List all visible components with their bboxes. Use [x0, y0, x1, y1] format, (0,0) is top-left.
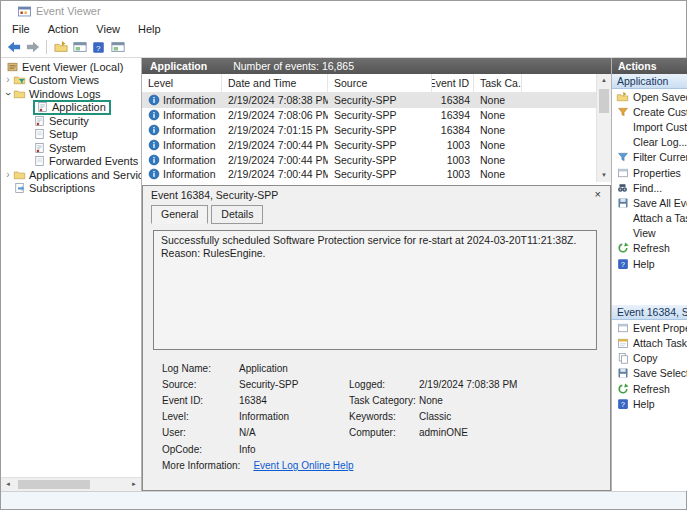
cell-level: Information: [163, 109, 216, 121]
action-open-saved-log[interactable]: Open Saved Log...: [612, 89, 687, 104]
menu-action[interactable]: Action: [39, 23, 88, 35]
actions-section-event[interactable]: Event 16384, Security-SPP: [612, 305, 687, 320]
tree-item-security[interactable]: Security: [1, 114, 141, 128]
forward-button[interactable]: [23, 39, 42, 56]
tree-item-event-viewer-local[interactable]: Event Viewer (Local): [1, 60, 141, 74]
scrollbar-thumb[interactable]: [599, 89, 609, 113]
scroll-down-arrow-icon[interactable]: ▼: [597, 169, 611, 182]
field-label: Log Name:: [162, 363, 239, 374]
scroll-up-arrow-icon[interactable]: ▲: [597, 74, 611, 87]
tab-general[interactable]: General: [151, 205, 208, 224]
console-window-icon: [73, 40, 87, 54]
chevron-right-icon[interactable]: ›: [3, 170, 13, 180]
close-icon[interactable]: ×: [595, 189, 601, 200]
event-row[interactable]: Information 2/19/2024 7:00:44 PM Securit…: [142, 167, 596, 182]
column-header-date-time[interactable]: Date and Time: [222, 74, 328, 92]
tree-item-forwarded-events[interactable]: Forwarded Events: [1, 155, 141, 169]
task-calendar-icon: [617, 337, 629, 349]
field-value-logged: 2/19/2024 7:08:38 PM: [419, 379, 610, 390]
action-help-event[interactable]: Help: [612, 396, 687, 411]
action-refresh-event[interactable]: Refresh: [612, 381, 687, 396]
action-properties[interactable]: Properties: [612, 165, 687, 180]
menu-help[interactable]: Help: [129, 23, 170, 35]
action-clear-log[interactable]: Clear Log...: [612, 135, 687, 150]
show-action-pane-button[interactable]: [108, 39, 127, 56]
tree-item-setup[interactable]: Setup: [1, 128, 141, 142]
refresh-icon: [617, 383, 629, 395]
field-value-source: Security-SPP: [239, 379, 349, 390]
tree-item-label: Event Viewer (Local): [22, 61, 123, 73]
action-attach-task[interactable]: Attach a Task To this Log...: [612, 211, 687, 226]
scroll-left-arrow-icon[interactable]: ◄: [1, 478, 15, 491]
events-table: Level Date and Time Source Event ID Task…: [142, 74, 611, 182]
tree-item-applications-services-logs[interactable]: › Applications and Services Lo: [1, 168, 141, 182]
events-pane-title: Application: [150, 60, 207, 72]
event-row[interactable]: Information 2/19/2024 7:00:44 PM Securit…: [142, 137, 596, 152]
action-create-custom-view[interactable]: Create Custom View...: [612, 104, 687, 119]
event-fields: Log Name: Application Source: Security-S…: [162, 360, 610, 473]
event-description[interactable]: Successfully scheduled Software Protecti…: [153, 230, 597, 350]
action-event-properties[interactable]: Event Properties: [612, 320, 687, 335]
action-label: Refresh: [633, 242, 670, 254]
event-row[interactable]: Information 2/19/2024 7:08:38 PM Securit…: [142, 93, 596, 108]
action-filter-current-log[interactable]: Filter Current Log...: [612, 150, 687, 165]
tree-item-custom-views[interactable]: › Custom Views: [1, 74, 141, 88]
action-copy[interactable]: Copy: [612, 351, 687, 366]
tree-item-label: Forwarded Events: [49, 155, 138, 167]
column-header-source[interactable]: Source: [328, 74, 432, 92]
field-value-event-id: 16384: [239, 395, 349, 406]
tree-item-system[interactable]: System: [1, 141, 141, 155]
column-header-level[interactable]: Level: [142, 74, 222, 92]
actions-section-application[interactable]: Application: [612, 74, 687, 89]
action-label: Help: [633, 258, 655, 270]
back-arrow-icon: [7, 40, 21, 54]
action-save-selected-events[interactable]: Save Selected Events...: [612, 366, 687, 381]
tree-item-subscriptions[interactable]: Subscriptions: [1, 182, 141, 196]
back-button[interactable]: [4, 39, 23, 56]
event-row[interactable]: Information 2/19/2024 7:01:15 PM Securit…: [142, 123, 596, 138]
cell-datetime: 2/19/2024 7:08:06 PM: [222, 109, 328, 121]
action-label: Filter Current Log...: [633, 151, 687, 163]
tab-details[interactable]: Details: [211, 205, 263, 224]
information-icon: [148, 168, 160, 180]
action-refresh[interactable]: Refresh: [612, 241, 687, 256]
tree-item-application[interactable]: Application: [1, 101, 141, 115]
column-header-event-id[interactable]: Event ID: [432, 74, 474, 92]
scrollbar-thumb[interactable]: [18, 480, 90, 489]
field-label: Event ID:: [162, 395, 239, 406]
menu-view[interactable]: View: [87, 23, 129, 35]
action-view[interactable]: View: [612, 226, 687, 241]
cell-datetime: 2/19/2024 7:00:44 PM: [222, 154, 328, 166]
chevron-down-icon[interactable]: ›: [3, 89, 13, 99]
action-import-custom-view[interactable]: Import Custom View...: [612, 119, 687, 134]
column-header-task-category[interactable]: Task Ca...: [474, 74, 522, 92]
tree-item-label: Security: [49, 115, 89, 127]
action-save-all-events[interactable]: Save All Events As...: [612, 195, 687, 210]
tree-item-windows-logs[interactable]: › Windows Logs: [1, 87, 141, 101]
event-log-online-help-link[interactable]: Event Log Online Help: [253, 460, 353, 471]
events-vertical-scrollbar[interactable]: ▲ ▼: [596, 74, 611, 182]
custom-views-icon: [13, 74, 26, 86]
sidebar-horizontal-scrollbar[interactable]: ◄ ►: [1, 477, 141, 491]
event-row[interactable]: Information 2/19/2024 7:00:44 PM Securit…: [142, 152, 596, 167]
action-label: Save Selected Events...: [633, 367, 687, 379]
cell-source: Security-SPP: [328, 154, 432, 166]
help-button[interactable]: [89, 39, 108, 56]
field-label: User:: [162, 427, 239, 438]
binoculars-icon: [616, 182, 629, 194]
cell-event-id: 16384: [432, 124, 474, 136]
scroll-right-arrow-icon[interactable]: ►: [127, 478, 141, 491]
action-help[interactable]: Help: [612, 256, 687, 271]
show-console-tree-button[interactable]: [70, 39, 89, 56]
tree-item-label: Subscriptions: [29, 182, 95, 194]
cell-level: Information: [163, 154, 216, 166]
action-label: View: [633, 227, 656, 239]
open-saved-log-button[interactable]: [51, 39, 70, 56]
action-find[interactable]: Find...: [612, 180, 687, 195]
action-label: Copy: [633, 352, 658, 364]
action-attach-task-to-event[interactable]: Attach Task To This Event...: [612, 335, 687, 350]
event-row[interactable]: Information 2/19/2024 7:08:06 PM Securit…: [142, 108, 596, 123]
action-label: Attach Task To This Event...: [633, 337, 687, 349]
chevron-right-icon[interactable]: ›: [3, 75, 13, 85]
menu-file[interactable]: File: [3, 23, 39, 35]
